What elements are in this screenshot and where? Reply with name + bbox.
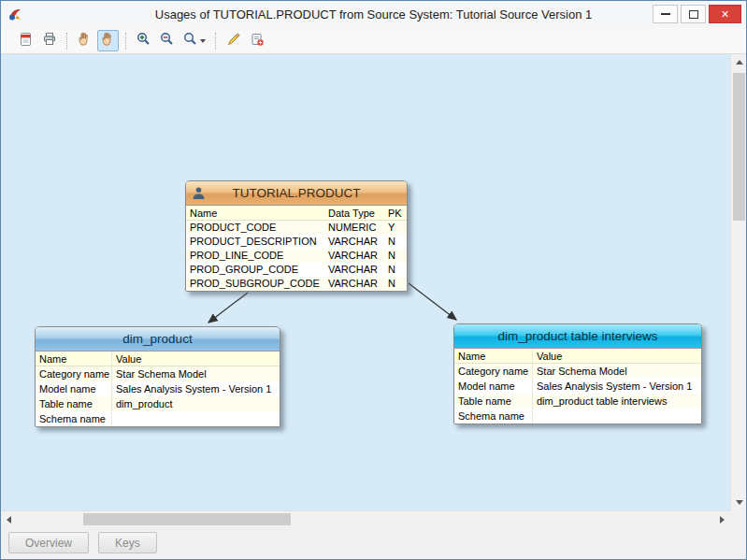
cell-name: Model name bbox=[454, 379, 533, 394]
annotation-button[interactable] bbox=[246, 30, 267, 51]
column-header: Name bbox=[36, 352, 112, 366]
table-row: PRODUCT_DESCRIPTION VARCHAR N bbox=[186, 235, 407, 249]
entity-tutorial-product[interactable]: TUTORIAL.PRODUCT Name Data Type PK PRODU… bbox=[185, 180, 408, 292]
pan-button-active[interactable] bbox=[97, 30, 119, 51]
column-header: Name bbox=[186, 206, 324, 220]
export-pdf-button[interactable] bbox=[15, 30, 36, 51]
toolbar bbox=[1, 28, 746, 54]
zoom-out-icon bbox=[159, 31, 175, 50]
zoom-in-icon bbox=[136, 31, 151, 50]
horizontal-scrollbar[interactable] bbox=[1, 510, 730, 526]
table-row: Model name Sales Analysis System - Versi… bbox=[36, 381, 280, 396]
cell-value: Sales Analysis System - Version 1 bbox=[533, 379, 701, 394]
cell-name: Category name bbox=[36, 366, 112, 381]
cell-type: VARCHAR bbox=[324, 249, 384, 263]
close-button[interactable]: × bbox=[709, 5, 741, 23]
cell-type: NUMERIC bbox=[324, 221, 384, 235]
scroll-right-button[interactable] bbox=[714, 511, 730, 527]
arrow-down-icon bbox=[736, 500, 743, 505]
table-header-row: Name Value bbox=[454, 349, 701, 364]
table-row: Category name Star Schema Model bbox=[36, 366, 280, 381]
title-bar: Usages of TUTORIAL.PRODUCT from Source S… bbox=[1, 1, 746, 28]
cell-name: PROD_GROUP_CODE bbox=[186, 263, 324, 277]
minimize-button[interactable] bbox=[653, 5, 678, 23]
arrow-right-icon bbox=[720, 516, 725, 524]
cell-pk: Y bbox=[384, 221, 407, 235]
cell-type: VARCHAR bbox=[324, 235, 384, 249]
arrow-left-icon bbox=[7, 516, 11, 524]
column-header: PK bbox=[384, 206, 407, 220]
cell-name: Schema name bbox=[454, 409, 533, 424]
scroll-down-button[interactable] bbox=[731, 495, 747, 510]
arrow-up-icon bbox=[736, 60, 743, 65]
vertical-scroll-thumb[interactable] bbox=[733, 73, 745, 221]
table-row: Model name Sales Analysis System - Versi… bbox=[454, 379, 701, 394]
cell-name: PROD_SUBGROUP_CODE bbox=[186, 277, 324, 291]
cell-name: Table name bbox=[36, 396, 112, 411]
table-row: PROD_LINE_CODE VARCHAR N bbox=[186, 249, 407, 263]
hand-icon bbox=[77, 31, 93, 50]
cell-value bbox=[112, 411, 280, 426]
scroll-left-button[interactable] bbox=[1, 511, 17, 527]
entity-dim-product[interactable]: dim_product Name Value Category name Sta… bbox=[35, 326, 280, 427]
zoom-in-button[interactable] bbox=[133, 30, 154, 51]
canvas-area: TUTORIAL.PRODUCT Name Data Type PK PRODU… bbox=[1, 54, 746, 526]
zoom-level-button[interactable] bbox=[180, 30, 208, 51]
cell-name: Model name bbox=[36, 381, 112, 396]
cell-value: dim_product bbox=[112, 396, 280, 411]
print-button[interactable] bbox=[38, 30, 60, 51]
table-row: Table name dim_product table interviews bbox=[454, 394, 701, 409]
window-title: Usages of TUTORIAL.PRODUCT from Source S… bbox=[113, 1, 634, 28]
person-icon bbox=[192, 186, 206, 203]
entity-title: TUTORIAL.PRODUCT bbox=[232, 186, 360, 200]
cell-name: Table name bbox=[454, 394, 533, 409]
cell-type: VARCHAR bbox=[324, 277, 384, 291]
table-header-row: Name Value bbox=[36, 352, 280, 366]
close-icon: × bbox=[721, 7, 728, 21]
scrollbar-corner bbox=[730, 510, 746, 526]
table-row: Category name Star Schema Model bbox=[454, 364, 701, 379]
cell-pk: N bbox=[384, 235, 407, 249]
cell-name: Category name bbox=[454, 364, 533, 379]
horizontal-scroll-thumb[interactable] bbox=[83, 513, 291, 525]
app-logo-icon[interactable] bbox=[7, 7, 23, 22]
table-row: PRODUCT_CODE NUMERIC Y bbox=[186, 221, 407, 235]
table-row: PROD_GROUP_CODE VARCHAR N bbox=[186, 263, 407, 277]
cell-type: VARCHAR bbox=[324, 263, 384, 277]
magnifier-icon bbox=[182, 31, 198, 50]
cell-pk: N bbox=[384, 249, 407, 263]
window-controls: × bbox=[653, 5, 741, 23]
app-window: Usages of TUTORIAL.PRODUCT from Source S… bbox=[0, 0, 747, 560]
maximize-button[interactable] bbox=[681, 5, 706, 23]
scroll-up-button[interactable] bbox=[731, 54, 747, 70]
toolbar-separator bbox=[125, 33, 126, 50]
cell-value: Star Schema Model bbox=[533, 364, 701, 379]
tab-keys[interactable]: Keys bbox=[98, 532, 157, 553]
table-header-row: Name Data Type PK bbox=[186, 206, 407, 221]
cell-name: PROD_LINE_CODE bbox=[186, 249, 324, 263]
column-header: Data Type bbox=[324, 206, 384, 220]
edit-button[interactable] bbox=[223, 30, 244, 51]
entity-dim-product-table-interviews[interactable]: dim_product table interviews Name Value … bbox=[453, 323, 702, 424]
pan-button[interactable] bbox=[74, 30, 95, 51]
tab-overview[interactable]: Overview bbox=[8, 532, 89, 553]
maximize-icon bbox=[689, 10, 698, 19]
minimize-icon bbox=[661, 13, 670, 15]
dropdown-arrow-icon bbox=[200, 39, 206, 43]
cell-name: PRODUCT_DESCRIPTION bbox=[186, 235, 324, 249]
table-row: Schema name bbox=[36, 411, 280, 426]
annotation-icon bbox=[250, 32, 265, 50]
zoom-out-button[interactable] bbox=[156, 30, 178, 51]
cell-pk: N bbox=[384, 277, 407, 291]
pencil-icon bbox=[226, 32, 241, 50]
entity-title: dim_product table interviews bbox=[497, 329, 657, 343]
table-row: Table name dim_product bbox=[36, 396, 280, 411]
entity-header: dim_product table interviews bbox=[454, 324, 701, 349]
printer-icon bbox=[42, 32, 57, 50]
vertical-scrollbar[interactable] bbox=[730, 54, 746, 510]
cell-value bbox=[533, 409, 701, 424]
diagram-canvas[interactable]: TUTORIAL.PRODUCT Name Data Type PK PRODU… bbox=[1, 54, 730, 510]
toolbar-separator bbox=[66, 33, 67, 50]
table-row: Schema name bbox=[454, 409, 701, 424]
cell-name: PRODUCT_CODE bbox=[186, 221, 324, 235]
